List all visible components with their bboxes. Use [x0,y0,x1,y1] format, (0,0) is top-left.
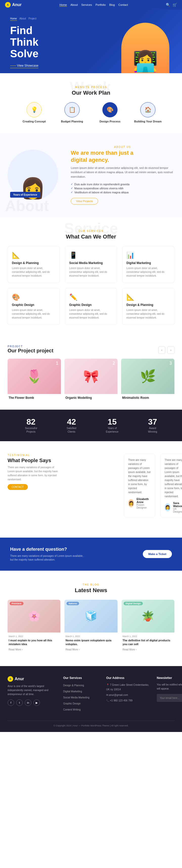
nav-blog[interactable]: Blog [109,3,115,6]
step-icon-3: 🎨 [107,106,113,113]
nav-home[interactable]: Home [59,3,67,6]
project-card-3[interactable]: 🌿 3 Minimalistic Room [121,359,175,400]
project-name-2: Organic Modelling [64,396,118,400]
about-list: Duis aute irure dolor in reprehenderit g… [71,182,175,194]
news-card-3[interactable]: 🪴 Digital Design March 1, 2022 The defin… [122,600,175,654]
footer-service-2: Digital Marketing [63,689,101,693]
service-card-2[interactable]: 📱 Social Media Marketing Lorem ipsum dol… [65,246,117,283]
testimonials-header: TESTIMONIAL What People Says There are m… [7,454,175,518]
news-read-more-1[interactable]: Read More [8,648,59,651]
news-body-2: March 1, 2022 Nemo enim ipsam voluptatem… [64,632,117,654]
footer-services-list: Design & Planning Digital Marketing Soci… [63,683,101,712]
social-facebook[interactable]: f [7,700,14,706]
project-image-3: 🌿 [121,359,175,394]
social-youtube[interactable]: ▶ [33,700,40,706]
hero-section: Home About Project Find Think Solve View… [0,9,182,73]
testimonial-text-2: There are many variations of passages of… [164,458,182,498]
testimonials-grid: There are many variations of passages of… [124,454,182,518]
author-name-2: Sara Watson [173,501,182,507]
testimonial-card-1: There are many variations of passages of… [124,454,155,518]
footer-address: 📍 7 Green Lake Street Credentianko, UK n… [106,683,152,703]
project-card-1[interactable]: 🌷 1 The Flower Bomb [7,359,61,400]
hero-tab-home[interactable]: Home [10,17,17,21]
hero-line2: Think [10,36,38,48]
logo[interactable]: A Anur [5,2,22,7]
news-section: THE BLOG Latest News 🌸 Premiere March 1,… [0,571,182,666]
service-card-3[interactable]: 📊 Digital Marketing Lorem ipsum dolor si… [122,246,175,283]
footer-logo[interactable]: A Anur [7,676,58,682]
services-label: OUR SERVICES [7,230,175,232]
news-label: THE BLOG [7,583,175,586]
project-num-3: 3 [170,361,172,366]
social-twitter[interactable]: t [16,700,23,706]
hero-line1: Find [10,25,33,36]
hero-tab-project[interactable]: Project [29,17,36,21]
footer-service-link-2[interactable]: Digital Marketing [63,690,82,693]
step-name-1: Creating Concept [23,120,46,123]
author-info-1: Elizabeth Anne Fusion Designer [136,497,151,509]
newsletter-email-input[interactable] [157,694,182,702]
testimonials-desc: There are many variations of passages of… [7,465,58,482]
nav-portfolio[interactable]: Portfolio [96,3,106,6]
cta-button[interactable]: Make a Ticket [143,550,172,558]
projects-header: Project Our Project project ‹ › [7,345,175,353]
news-body-3: March 1, 2022 The definitive list of dig… [122,632,175,654]
service-title-2: Social Media Marketing [69,261,113,265]
hero-tab-about[interactable]: About [20,17,26,21]
about-section: About 👩 Years of Experience ABOUT US We … [0,133,182,217]
service-card-4[interactable]: 🎨 Graphic Design Lorem ipsum dolor sit a… [7,288,60,325]
nav-services[interactable]: Services [81,3,92,6]
cart-icon[interactable]: 🛒 [173,3,177,7]
footer-copyright: © Copyright 2024 | Anur — Portfolio Word… [53,724,128,727]
nav-contact[interactable]: Contact [118,3,128,6]
social-linkedin[interactable]: in [25,700,31,706]
about-content: ABOUT US We are more than just a digital… [71,146,175,205]
news-title: Latest News [7,587,175,594]
service-title-6: Design & Planning [126,303,170,307]
project-arrows: ‹ › [158,346,175,353]
project-next-button[interactable]: › [167,346,175,353]
footer-newsletter-title: Newsletter [157,676,182,680]
work-plan-section: Work WEBSITE PROCESS Our Work Plan 💡 Cre… [0,73,182,133]
about-cta-button[interactable]: View Projects [71,198,98,205]
service-card-6[interactable]: 📐 Design & Planning Lorem ipsum dolor si… [122,288,175,325]
news-date-3: March 1, 2022 [123,635,174,638]
nav-about[interactable]: About [71,3,78,6]
testimonial-heading: TESTIMONIAL What People Says There are m… [7,454,58,518]
footer-service-link-5[interactable]: Content Writing [63,708,81,711]
stat-label-1: SuccessfulProjects [25,427,37,434]
footer-newsletter: Newsletter You will be notified when som… [157,676,182,713]
project-image-1: 🌷 [7,359,61,394]
step-icon-wrap-1: 💡 [27,102,42,117]
news-image-emoji-2: 🧊 [85,610,97,622]
stat-4: 37 AwardWinning [148,417,157,434]
about-description: Lorem ipsum dolor sit amet, consectetur … [71,166,175,179]
project-card-2[interactable]: 🎀 2 Organic Modelling [64,359,118,400]
service-desc-3: Lorem ipsum dolor sit amet, consectetur … [126,266,170,278]
footer-service-link-3[interactable]: Social Media Marketing [63,696,89,699]
service-card-1[interactable]: 📐 Design & Planning Lorem ipsum dolor si… [7,246,60,283]
step-building-dream: 🏠 Building Your Dream [131,102,164,123]
step-budget-planning: 📋 Budget Planning [56,102,88,123]
news-card-2[interactable]: 🧊 Natures March 1, 2022 Nemo enim ipsam … [64,600,117,654]
hero-cta-button[interactable]: View Showcase [10,64,38,68]
cta-content: Have a deferent question? There are many… [10,547,86,562]
stat-2: 42 SatisfiedClients [67,417,76,434]
search-icon[interactable]: 🔍 [166,3,170,7]
stat-num-4: 37 [148,417,157,427]
stat-num-1: 82 [25,417,37,427]
news-read-more-2[interactable]: Read More [66,648,116,651]
service-card-5[interactable]: ✏️ Graphic Design Lorem ipsum dolor sit … [65,288,117,325]
footer-service-link-4[interactable]: Graphic Design [63,702,81,705]
author-avatar-2: 👩 [164,503,171,512]
service-icon-4: 🎨 [12,293,56,301]
project-prev-button[interactable]: ‹ [158,346,165,353]
footer-service-link-1[interactable]: Design & Planning [63,684,84,687]
testimonial-contact-button[interactable]: CONTACT [7,484,28,490]
news-card-1[interactable]: 🌸 Premiere March 1, 2022 I must explain … [7,600,60,654]
header: A Anur Home About Services Portfolio Blo… [0,0,182,9]
header-icons: 🔍 🛒 [166,3,177,7]
testimonial-author-2: 👩 Sara Watson UX Designer [164,501,182,513]
news-read-more-3[interactable]: Read More [123,648,174,651]
services-grid: 📐 Design & Planning Lorem ipsum dolor si… [7,246,175,325]
